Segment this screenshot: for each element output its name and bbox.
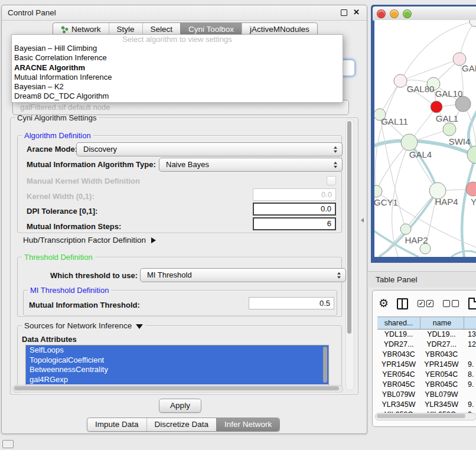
attribute-item[interactable]: gal4RGexp (26, 375, 328, 385)
scrollbar-thumb[interactable] (347, 121, 351, 334)
kernel-width-label: Kernel Width (0,1): (27, 192, 94, 201)
gear-icon[interactable]: ⚙ (379, 298, 389, 309)
close-button[interactable] (377, 9, 386, 18)
settings-horizontal-scrollbar[interactable] (12, 385, 343, 393)
minimize-button[interactable] (390, 9, 399, 18)
hub-definition-expander[interactable]: Hub/Transcription Factor Definition (23, 236, 156, 244)
network-canvas[interactable]: GALGAL80GAL10GAL1SWI4GAL11GAL4GCY1HAP4YH… (374, 20, 476, 257)
which-threshold-combobox[interactable]: MI Threshold (140, 268, 346, 282)
table-cell: YLR345W (377, 400, 420, 410)
node-label: GAL11 (381, 116, 408, 126)
mi-steps-field[interactable]: 6 (253, 217, 336, 230)
network-node[interactable] (443, 123, 456, 136)
dropdown-items: Bayesian – Hill ClimbingBasic Correlatio… (12, 44, 343, 102)
mi-type-combobox[interactable]: Naive Bayes (159, 158, 343, 172)
table-panel-header: Table Panel (367, 271, 476, 288)
table-cell: 13 (463, 330, 476, 340)
algorithm-option[interactable]: ARACNE Algorithm (12, 63, 343, 73)
network-node[interactable] (394, 74, 407, 87)
tab-impute-data[interactable]: Impute Data (87, 418, 146, 431)
table-cell: 12 (463, 340, 476, 350)
network-node[interactable] (470, 20, 476, 27)
tab-label: Impute Data (95, 418, 139, 431)
table-cell: YDL19... (377, 330, 420, 340)
scrollbar-thumb[interactable] (377, 414, 465, 418)
apply-button[interactable]: Apply (159, 399, 201, 413)
network-view-window: GALGAL80GAL10GAL1SWI4GAL11GAL4GCY1HAP4YH… (371, 5, 476, 263)
network-node[interactable] (401, 134, 418, 151)
checkbox-icon: ✓ (426, 300, 433, 307)
settings-vertical-scrollbar[interactable] (345, 119, 354, 390)
select-all-icon[interactable]: ✓✓ (418, 300, 433, 307)
table-cell: YPR145W (420, 360, 463, 370)
table-cell: 9. (463, 360, 476, 370)
table-row[interactable]: YLR345WYLR345W9. (377, 400, 476, 410)
zoom-button[interactable] (403, 9, 412, 18)
table-cell: 9. (463, 380, 476, 390)
table-row[interactable]: YBR045CYBR045C9. (377, 380, 476, 390)
algorithm-option[interactable]: Mutual Information Inference (12, 73, 343, 82)
scrollbar-thumb[interactable] (14, 386, 339, 390)
network-node[interactable] (431, 101, 442, 113)
algorithm-option[interactable]: Basic Correlation Inference (12, 53, 343, 63)
algorithm-option[interactable]: Dream8 DC_TDC Algorithm (12, 92, 343, 101)
table-row[interactable]: YDR27...YDR27...12 (377, 340, 476, 350)
network-node[interactable] (400, 224, 411, 234)
table-row[interactable]: YPR145WYPR145W9. (377, 360, 476, 370)
sources-title-label: Sources for Network Inference (24, 321, 132, 330)
network-node[interactable] (374, 185, 382, 197)
deselect-all-icon[interactable] (443, 300, 459, 307)
table-cell: YBR043C (377, 350, 420, 360)
network-edge (400, 59, 459, 81)
aracne-mode-combobox[interactable]: Discovery (76, 142, 343, 156)
table-horizontal-scrollbar[interactable] (375, 413, 476, 420)
table-row[interactable]: YDL19...YDL19...13 (377, 330, 476, 340)
algorithm-option[interactable]: Bayesian – Hill Climbing (12, 44, 343, 53)
data-attributes-list[interactable]: SelfLoopsTopologicalCoefficientBetweenne… (25, 345, 329, 386)
table-cell: YER054C (377, 370, 420, 380)
mi-threshold-field[interactable]: 0.5 (249, 297, 334, 309)
splitter-collapse-arrow-icon[interactable] (361, 218, 364, 223)
network-node[interactable] (467, 146, 476, 164)
list-scrollbar-thumb[interactable] (323, 347, 327, 383)
table-cell: YLR345W (420, 400, 463, 410)
table-panel-window: ⚙✓✓ shared...name YDL19...YDL19...13YDR2… (372, 290, 476, 427)
column-header[interactable]: name (420, 317, 464, 329)
dpi-tolerance-field[interactable]: 0.0 (253, 203, 336, 216)
algorithm-dropdown: Select algorithm to view settings Bayesi… (11, 34, 343, 103)
mi-threshold-group-title: MI Threshold Definition (28, 286, 111, 295)
algorithm-definition-title: Algorithm Definition (22, 131, 93, 140)
table-cell: YBL079W (420, 390, 463, 400)
close-icon[interactable]: ✕ (353, 8, 360, 17)
kernel-width-field[interactable]: 0.0 (253, 188, 336, 201)
column-header[interactable]: shared... (377, 317, 420, 329)
table-row[interactable]: YBL079WYBL079W (377, 390, 476, 400)
column-header[interactable] (464, 317, 476, 329)
tab-discretize-data[interactable]: Discretize Data (146, 418, 217, 431)
attribute-item[interactable]: TopologicalCoefficient (26, 356, 328, 366)
algorithm-option[interactable]: Bayesian – K2 (12, 82, 343, 92)
data-attributes-label: Data Attributes (22, 335, 77, 344)
maximize-icon[interactable] (341, 9, 347, 16)
mi-threshold-label: Mutual Information Threshold: (29, 301, 140, 309)
table-header-row: shared...name (377, 317, 476, 330)
table-cell: 8. (463, 370, 476, 380)
node-table: shared...name YDL19...YDL19...13YDR27...… (377, 317, 476, 420)
sources-title[interactable]: Sources for Network Inference (22, 321, 145, 330)
new-document-icon[interactable] (468, 298, 476, 309)
mi-type-label: Mutual Information Algorithm Type: (27, 160, 156, 169)
tab-infer-network[interactable]: Infer Network (216, 418, 279, 431)
collapsed-panel-icon[interactable] (2, 440, 14, 448)
manual-kernel-checkbox[interactable] (327, 176, 336, 185)
stepper-arrows-icon (337, 272, 341, 279)
table-data-combobox-value: galFiltered.sif default node (20, 103, 110, 112)
attribute-item[interactable]: BetweennessCentrality (26, 365, 328, 375)
checkbox-icon: ✓ (418, 300, 425, 307)
attribute-item[interactable]: SelfLoops (26, 345, 328, 356)
table-cell: YBR043C (420, 350, 463, 360)
stepper-arrows-icon (334, 146, 337, 153)
table-row[interactable]: YER054CYER054C8. (377, 370, 476, 380)
network-edge (380, 115, 406, 229)
table-row[interactable]: YBR043CYBR043C (377, 350, 476, 360)
split-view-icon[interactable] (397, 298, 408, 309)
